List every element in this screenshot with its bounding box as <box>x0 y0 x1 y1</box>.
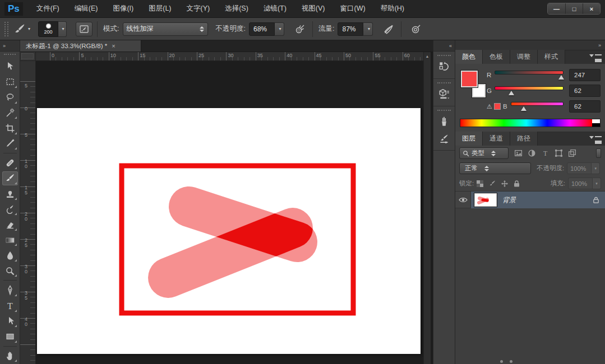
menu-window[interactable]: 窗口(W) <box>340 4 366 13</box>
dock-grip[interactable] <box>437 110 451 111</box>
path-selection-tool[interactable] <box>2 314 18 329</box>
channel-thumb[interactable] <box>558 75 564 80</box>
menu-select[interactable]: 选择(S) <box>225 4 248 13</box>
flow-slider-dropdown[interactable]: ▾ <box>363 22 373 36</box>
channel-thumb[interactable] <box>521 106 527 111</box>
filter-shape-layers-icon[interactable] <box>555 149 563 157</box>
gamut-color-swatch[interactable] <box>494 103 501 110</box>
dock-grip[interactable] <box>437 82 451 83</box>
opacity-slider-dropdown[interactable]: ▾ <box>275 22 284 36</box>
opacity-input[interactable]: 68% <box>249 22 275 36</box>
pen-tool[interactable] <box>2 283 18 297</box>
properties-panel-button[interactable] <box>435 86 453 102</box>
brush-picker-dropdown[interactable]: ▾ <box>58 21 67 37</box>
panels-collapse-button[interactable]: » <box>455 40 605 50</box>
layer-thumbnail[interactable] <box>474 193 497 207</box>
brush-settings-panel-button[interactable] <box>435 130 453 147</box>
filter-type-layers-icon[interactable]: T <box>541 149 549 157</box>
filter-smart-objects-icon[interactable] <box>568 149 576 157</box>
eraser-tool[interactable] <box>2 217 18 232</box>
tablet-pressure-opacity-button[interactable] <box>292 22 308 36</box>
filtering-toggle[interactable] <box>596 148 601 158</box>
green-slider[interactable] <box>495 85 564 96</box>
lock-pixels-icon[interactable] <box>488 180 496 188</box>
blur-tool[interactable] <box>2 248 18 263</box>
dodge-tool[interactable] <box>2 264 18 278</box>
tab-layers[interactable]: 图层 <box>455 132 483 146</box>
history-brush-tool[interactable] <box>2 202 18 217</box>
tools-collapse-button[interactable]: » <box>0 40 20 52</box>
maximize-button[interactable]: □ <box>565 3 583 14</box>
type-tool[interactable]: T <box>2 298 18 313</box>
move-tool[interactable] <box>2 59 18 74</box>
panel-menu-icon[interactable] <box>589 136 602 142</box>
tab-close-icon[interactable]: × <box>112 43 115 49</box>
gamut-warning[interactable]: ⚠ <box>487 103 501 110</box>
layer-opacity-value[interactable]: 100% <box>567 162 592 174</box>
rainbow-ramp[interactable] <box>460 119 592 127</box>
menu-image[interactable]: 图像(I) <box>113 4 133 13</box>
scroll-up-icon[interactable]: ▲ <box>426 54 429 364</box>
minimize-button[interactable]: — <box>548 3 565 14</box>
layer-row-background[interactable]: 背景 <box>455 192 605 208</box>
foreground-color-swatch[interactable] <box>461 71 478 87</box>
filter-type-select[interactable]: 类型 <box>459 147 509 159</box>
document-tab[interactable]: 未标题-1 @ 33.3%(RGB/8) * × <box>20 40 141 52</box>
dock-expand-button[interactable]: « <box>433 40 455 52</box>
menu-layer[interactable]: 图层(L) <box>149 4 171 13</box>
lock-all-icon[interactable] <box>513 180 520 188</box>
menu-view[interactable]: 视图(V) <box>302 4 325 13</box>
red-value-input[interactable]: 247 <box>569 69 601 81</box>
blue-slider[interactable] <box>511 101 564 112</box>
toggle-brush-panel-button[interactable] <box>76 22 93 36</box>
airbrush-toggle-button[interactable] <box>381 22 396 36</box>
layer-visibility-toggle[interactable] <box>455 192 471 208</box>
eyedropper-tool[interactable] <box>2 137 18 151</box>
lock-transparency-icon[interactable] <box>476 180 484 188</box>
brush-preset-picker[interactable]: 200 ▾ <box>38 21 67 37</box>
brush-presets-panel-button[interactable] <box>435 113 453 130</box>
flow-input[interactable]: 87% <box>338 22 363 36</box>
canvas[interactable] <box>37 108 421 354</box>
tab-styles[interactable]: 样式 <box>538 50 565 64</box>
layers-panel-footer-icons[interactable] <box>500 360 512 363</box>
lock-position-icon[interactable] <box>501 180 509 188</box>
layer-opacity-dropdown[interactable]: ▾ <box>592 162 600 174</box>
vertical-scrollbar[interactable]: ▲ <box>423 52 431 364</box>
green-value-input[interactable]: 62 <box>569 85 601 97</box>
menu-filter[interactable]: 滤镜(T) <box>264 4 287 13</box>
blend-mode-select[interactable]: 线性加深 <box>123 22 208 36</box>
magic-wand-tool[interactable] <box>2 106 18 120</box>
brush-tool[interactable] <box>2 171 18 186</box>
tab-color[interactable]: 颜色 <box>455 50 483 64</box>
tab-paths[interactable]: 路径 <box>510 132 538 146</box>
rectangle-shape-tool[interactable] <box>2 329 18 344</box>
menu-edit[interactable]: 编辑(E) <box>75 4 98 13</box>
filter-pixel-layers-icon[interactable] <box>514 149 523 157</box>
close-button[interactable]: × <box>583 3 600 14</box>
blue-value-input[interactable]: 62 <box>569 100 601 113</box>
tools-grip[interactable] <box>4 54 16 58</box>
tab-swatches[interactable]: 色板 <box>483 50 510 64</box>
history-panel-button[interactable] <box>435 58 453 75</box>
crop-tool[interactable] <box>2 121 18 136</box>
menu-help[interactable]: 帮助(H) <box>381 4 404 13</box>
fill-value[interactable]: 100% <box>568 178 593 189</box>
menu-file[interactable]: 文件(F) <box>36 4 59 13</box>
channel-thumb[interactable] <box>509 91 514 95</box>
ruler-origin-box[interactable] <box>21 53 34 59</box>
clone-stamp-tool[interactable] <box>2 186 18 201</box>
white-black-swatches[interactable] <box>592 119 600 127</box>
tab-channels[interactable]: 通道 <box>483 132 510 146</box>
tab-adjustments[interactable]: 调整 <box>510 50 538 64</box>
tool-preset-picker[interactable]: ▾ <box>11 21 33 37</box>
fill-dropdown[interactable]: ▾ <box>593 178 601 189</box>
layer-blend-mode-select[interactable]: 正常 <box>459 162 531 174</box>
panel-menu-icon[interactable] <box>589 54 602 60</box>
spot-healing-brush-tool[interactable] <box>2 156 18 170</box>
hand-tool[interactable] <box>2 349 18 363</box>
dock-grip[interactable] <box>437 55 451 56</box>
color-spectrum-ramp[interactable] <box>460 119 601 127</box>
gradient-tool[interactable] <box>2 233 18 248</box>
options-bar-grip[interactable] <box>4 22 8 36</box>
